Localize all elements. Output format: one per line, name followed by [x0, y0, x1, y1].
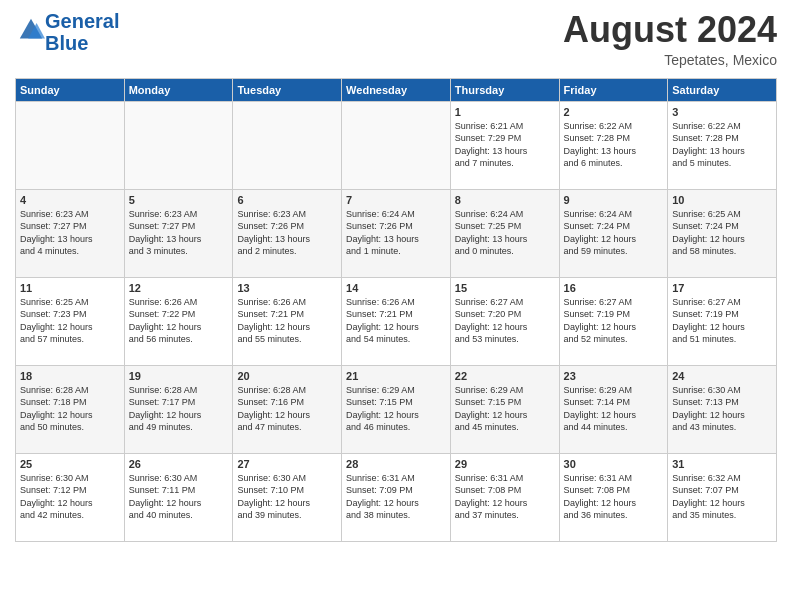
day-number: 8 [455, 194, 555, 206]
day-number: 21 [346, 370, 446, 382]
day-info: Sunrise: 6:25 AMSunset: 7:24 PMDaylight:… [672, 208, 772, 258]
calendar-cell: 29Sunrise: 6:31 AMSunset: 7:08 PMDayligh… [450, 453, 559, 541]
calendar-cell: 28Sunrise: 6:31 AMSunset: 7:09 PMDayligh… [342, 453, 451, 541]
day-number: 12 [129, 282, 229, 294]
day-number: 16 [564, 282, 664, 294]
day-info: Sunrise: 6:22 AMSunset: 7:28 PMDaylight:… [672, 120, 772, 170]
day-info: Sunrise: 6:23 AMSunset: 7:27 PMDaylight:… [129, 208, 229, 258]
day-number: 19 [129, 370, 229, 382]
weekday-header-sunday: Sunday [16, 78, 125, 101]
location-subtitle: Tepetates, Mexico [563, 52, 777, 68]
day-info: Sunrise: 6:31 AMSunset: 7:08 PMDaylight:… [564, 472, 664, 522]
calendar-cell: 6Sunrise: 6:23 AMSunset: 7:26 PMDaylight… [233, 189, 342, 277]
calendar-cell: 23Sunrise: 6:29 AMSunset: 7:14 PMDayligh… [559, 365, 668, 453]
day-number: 15 [455, 282, 555, 294]
weekday-header-wednesday: Wednesday [342, 78, 451, 101]
day-info: Sunrise: 6:31 AMSunset: 7:08 PMDaylight:… [455, 472, 555, 522]
day-info: Sunrise: 6:28 AMSunset: 7:16 PMDaylight:… [237, 384, 337, 434]
calendar-cell: 25Sunrise: 6:30 AMSunset: 7:12 PMDayligh… [16, 453, 125, 541]
calendar-week-4: 18Sunrise: 6:28 AMSunset: 7:18 PMDayligh… [16, 365, 777, 453]
calendar-cell: 26Sunrise: 6:30 AMSunset: 7:11 PMDayligh… [124, 453, 233, 541]
calendar-cell: 9Sunrise: 6:24 AMSunset: 7:24 PMDaylight… [559, 189, 668, 277]
calendar-header: SundayMondayTuesdayWednesdayThursdayFrid… [16, 78, 777, 101]
day-info: Sunrise: 6:29 AMSunset: 7:15 PMDaylight:… [455, 384, 555, 434]
calendar-cell: 8Sunrise: 6:24 AMSunset: 7:25 PMDaylight… [450, 189, 559, 277]
calendar-cell: 2Sunrise: 6:22 AMSunset: 7:28 PMDaylight… [559, 101, 668, 189]
calendar-cell: 21Sunrise: 6:29 AMSunset: 7:15 PMDayligh… [342, 365, 451, 453]
day-number: 18 [20, 370, 120, 382]
day-number: 13 [237, 282, 337, 294]
calendar-cell: 27Sunrise: 6:30 AMSunset: 7:10 PMDayligh… [233, 453, 342, 541]
calendar-week-2: 4Sunrise: 6:23 AMSunset: 7:27 PMDaylight… [16, 189, 777, 277]
calendar-cell: 31Sunrise: 6:32 AMSunset: 7:07 PMDayligh… [668, 453, 777, 541]
calendar-cell [124, 101, 233, 189]
month-title: August 2024 [563, 10, 777, 50]
day-number: 3 [672, 106, 772, 118]
day-number: 20 [237, 370, 337, 382]
logo-icon [17, 16, 45, 44]
day-info: Sunrise: 6:27 AMSunset: 7:20 PMDaylight:… [455, 296, 555, 346]
calendar-cell: 3Sunrise: 6:22 AMSunset: 7:28 PMDaylight… [668, 101, 777, 189]
calendar-cell: 5Sunrise: 6:23 AMSunset: 7:27 PMDaylight… [124, 189, 233, 277]
day-number: 22 [455, 370, 555, 382]
day-info: Sunrise: 6:26 AMSunset: 7:22 PMDaylight:… [129, 296, 229, 346]
day-number: 27 [237, 458, 337, 470]
weekday-header-saturday: Saturday [668, 78, 777, 101]
weekday-header-tuesday: Tuesday [233, 78, 342, 101]
calendar-cell: 18Sunrise: 6:28 AMSunset: 7:18 PMDayligh… [16, 365, 125, 453]
weekday-header-row: SundayMondayTuesdayWednesdayThursdayFrid… [16, 78, 777, 101]
calendar-cell: 7Sunrise: 6:24 AMSunset: 7:26 PMDaylight… [342, 189, 451, 277]
day-number: 11 [20, 282, 120, 294]
day-info: Sunrise: 6:27 AMSunset: 7:19 PMDaylight:… [672, 296, 772, 346]
day-info: Sunrise: 6:22 AMSunset: 7:28 PMDaylight:… [564, 120, 664, 170]
day-info: Sunrise: 6:24 AMSunset: 7:25 PMDaylight:… [455, 208, 555, 258]
calendar-cell [16, 101, 125, 189]
weekday-header-friday: Friday [559, 78, 668, 101]
day-info: Sunrise: 6:26 AMSunset: 7:21 PMDaylight:… [346, 296, 446, 346]
day-info: Sunrise: 6:24 AMSunset: 7:26 PMDaylight:… [346, 208, 446, 258]
calendar-table: SundayMondayTuesdayWednesdayThursdayFrid… [15, 78, 777, 542]
calendar-cell [342, 101, 451, 189]
day-number: 29 [455, 458, 555, 470]
title-block: August 2024 Tepetates, Mexico [563, 10, 777, 68]
logo: GeneralBlue [15, 10, 119, 54]
day-info: Sunrise: 6:21 AMSunset: 7:29 PMDaylight:… [455, 120, 555, 170]
day-info: Sunrise: 6:27 AMSunset: 7:19 PMDaylight:… [564, 296, 664, 346]
calendar-cell: 12Sunrise: 6:26 AMSunset: 7:22 PMDayligh… [124, 277, 233, 365]
day-number: 14 [346, 282, 446, 294]
day-number: 17 [672, 282, 772, 294]
day-number: 23 [564, 370, 664, 382]
weekday-header-thursday: Thursday [450, 78, 559, 101]
day-number: 4 [20, 194, 120, 206]
day-info: Sunrise: 6:30 AMSunset: 7:11 PMDaylight:… [129, 472, 229, 522]
day-info: Sunrise: 6:28 AMSunset: 7:17 PMDaylight:… [129, 384, 229, 434]
calendar-cell: 10Sunrise: 6:25 AMSunset: 7:24 PMDayligh… [668, 189, 777, 277]
day-number: 25 [20, 458, 120, 470]
page-header: GeneralBlue August 2024 Tepetates, Mexic… [15, 10, 777, 68]
day-info: Sunrise: 6:32 AMSunset: 7:07 PMDaylight:… [672, 472, 772, 522]
day-info: Sunrise: 6:23 AMSunset: 7:26 PMDaylight:… [237, 208, 337, 258]
calendar-cell: 22Sunrise: 6:29 AMSunset: 7:15 PMDayligh… [450, 365, 559, 453]
calendar-cell: 19Sunrise: 6:28 AMSunset: 7:17 PMDayligh… [124, 365, 233, 453]
calendar-cell: 30Sunrise: 6:31 AMSunset: 7:08 PMDayligh… [559, 453, 668, 541]
day-info: Sunrise: 6:23 AMSunset: 7:27 PMDaylight:… [20, 208, 120, 258]
calendar-cell: 4Sunrise: 6:23 AMSunset: 7:27 PMDaylight… [16, 189, 125, 277]
day-number: 26 [129, 458, 229, 470]
day-number: 24 [672, 370, 772, 382]
day-number: 9 [564, 194, 664, 206]
calendar-cell: 13Sunrise: 6:26 AMSunset: 7:21 PMDayligh… [233, 277, 342, 365]
day-number: 6 [237, 194, 337, 206]
calendar-week-1: 1Sunrise: 6:21 AMSunset: 7:29 PMDaylight… [16, 101, 777, 189]
calendar-body: 1Sunrise: 6:21 AMSunset: 7:29 PMDaylight… [16, 101, 777, 541]
calendar-cell: 16Sunrise: 6:27 AMSunset: 7:19 PMDayligh… [559, 277, 668, 365]
calendar-cell: 11Sunrise: 6:25 AMSunset: 7:23 PMDayligh… [16, 277, 125, 365]
day-number: 5 [129, 194, 229, 206]
day-info: Sunrise: 6:24 AMSunset: 7:24 PMDaylight:… [564, 208, 664, 258]
day-info: Sunrise: 6:29 AMSunset: 7:15 PMDaylight:… [346, 384, 446, 434]
weekday-header-monday: Monday [124, 78, 233, 101]
calendar-cell: 24Sunrise: 6:30 AMSunset: 7:13 PMDayligh… [668, 365, 777, 453]
calendar-week-5: 25Sunrise: 6:30 AMSunset: 7:12 PMDayligh… [16, 453, 777, 541]
day-info: Sunrise: 6:30 AMSunset: 7:12 PMDaylight:… [20, 472, 120, 522]
day-number: 28 [346, 458, 446, 470]
day-number: 2 [564, 106, 664, 118]
